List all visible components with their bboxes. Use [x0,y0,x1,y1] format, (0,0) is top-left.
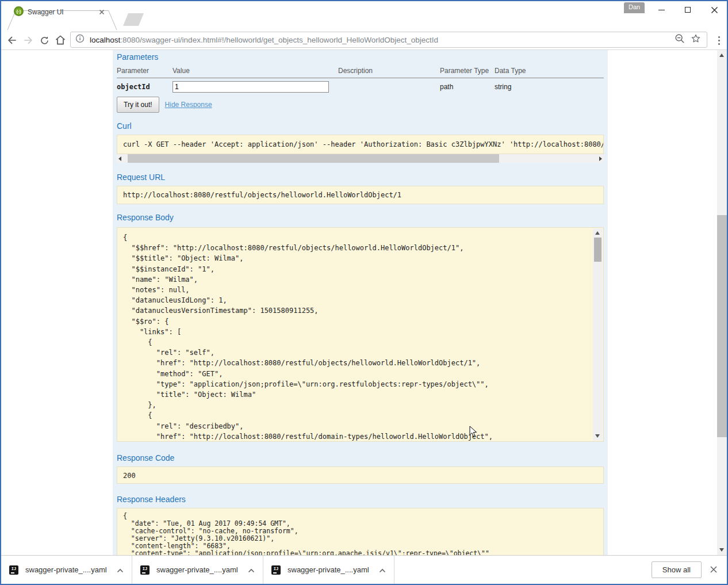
page-viewport: Parameters Parameter Value Description P… [1,50,727,555]
bookmark-star-icon[interactable] [691,33,701,46]
response-body-block: { "$$href": "http://localhost:8080/restf… [117,227,604,442]
chevron-up-icon[interactable] [379,565,386,575]
yaml-file-icon: IJ [271,565,281,575]
yaml-file-icon: IJ [9,565,18,575]
browser-window: {-} Swagger UI Dan localhost:80 [0,0,728,585]
response-headers-heading: Response Headers [117,495,604,504]
download-filename: swagger-private_....yaml [156,565,248,574]
tab-close-icon[interactable] [98,8,106,16]
scroll-down-arrow-icon[interactable] [719,548,724,552]
url-text[interactable]: localhost:8080/swagger-ui/index.html#!/h… [90,36,675,44]
profile-badge[interactable]: Dan [624,2,645,13]
page-scroll-thumb[interactable] [717,215,727,437]
window-maximize-button[interactable] [675,1,700,18]
hide-response-link[interactable]: Hide Response [165,101,212,109]
response-code-value: 200 [117,467,604,484]
parameter-type: path [440,83,495,91]
try-it-out-button[interactable]: Try it out! [117,97,159,113]
objectid-value-input[interactable] [173,81,329,93]
home-button[interactable] [53,33,68,48]
swagger-operation-panel: Parameters Parameter Value Description P… [113,50,608,555]
parameters-table-header: Parameter Value Description Parameter Ty… [117,67,604,78]
download-filename: swagger-private_....yaml [25,565,117,574]
url-path: :8080/swagger-ui/index.html#!/helloworld… [120,36,438,44]
download-item[interactable]: IJ swagger-private_....yaml [132,556,263,584]
horizontal-scroll-thumb[interactable] [128,154,499,163]
page-info-icon[interactable] [75,34,85,45]
response-body-heading: Response Body [117,213,604,222]
mouse-cursor [469,426,477,440]
download-item[interactable]: IJ swagger-private_....yaml [263,556,394,584]
scroll-right-arrow-icon[interactable] [599,156,602,161]
tab-title: Swagger UI [28,8,64,16]
window-minimize-button[interactable] [649,1,674,18]
chevron-up-icon[interactable] [248,565,255,575]
swagger-favicon-icon: {-} [14,6,24,16]
response-body-scrollbar[interactable] [593,228,603,441]
vertical-scroll-thumb[interactable] [594,238,601,262]
zoom-out-icon[interactable] [675,33,685,46]
forward-button[interactable] [21,33,36,48]
page-vertical-scrollbar[interactable] [717,50,727,555]
reload-button[interactable] [37,33,52,48]
curl-command: curl -X GET --header 'Accept: applicatio… [117,135,604,154]
response-body-json: { "$$href": "http://localhost:8080/restf… [117,228,603,442]
url-host: localhost [90,36,120,44]
col-parameter: Parameter [117,67,173,75]
download-filename: swagger-private_....yaml [288,565,379,574]
scroll-up-arrow-icon[interactable] [719,53,724,57]
browser-menu-icon[interactable] [713,33,725,47]
col-value: Value [173,67,338,75]
close-icon [711,6,718,14]
title-bar: {-} Swagger UI Dan [1,1,727,32]
request-url-value: http://localhost:8080/restful/objects/he… [117,186,604,204]
scroll-down-arrow-icon[interactable] [595,434,600,438]
scroll-up-arrow-icon[interactable] [595,231,600,235]
address-bar[interactable]: localhost:8080/swagger-ui/index.html#!/h… [70,32,707,48]
browser-toolbar: localhost:8080/swagger-ui/index.html#!/h… [1,30,727,50]
col-data-type: Data Type [495,67,604,75]
downloads-close-icon[interactable] [710,565,719,575]
scroll-left-arrow-icon[interactable] [118,156,121,161]
chevron-up-icon[interactable] [117,565,124,575]
col-parameter-type: Parameter Type [440,67,495,75]
show-all-downloads-button[interactable]: Show all [652,561,702,578]
minimize-icon [658,10,665,10]
request-url-heading: Request URL [117,173,604,182]
parameter-name: objectId [117,83,173,91]
col-description: Description [338,67,440,75]
new-tab-button[interactable] [123,13,144,26]
response-code-heading: Response Code [117,453,604,462]
parameters-heading: Parameters [117,52,604,62]
downloads-bar: IJ swagger-private_....yaml IJ swagger-p… [1,555,727,584]
maximize-icon [685,7,691,13]
curl-heading: Curl [117,121,604,131]
parameter-data-type: string [495,83,604,91]
response-headers-json: { "date": "Tue, 01 Aug 2017 09:49:54 GMT… [117,508,604,555]
curl-horizontal-scrollbar[interactable] [117,154,604,163]
yaml-file-icon: IJ [140,565,150,575]
window-close-button[interactable] [702,1,727,18]
back-button[interactable] [5,33,20,48]
parameter-row-objectid: objectId path string [117,78,604,95]
download-item[interactable]: IJ swagger-private_....yaml [1,556,132,584]
